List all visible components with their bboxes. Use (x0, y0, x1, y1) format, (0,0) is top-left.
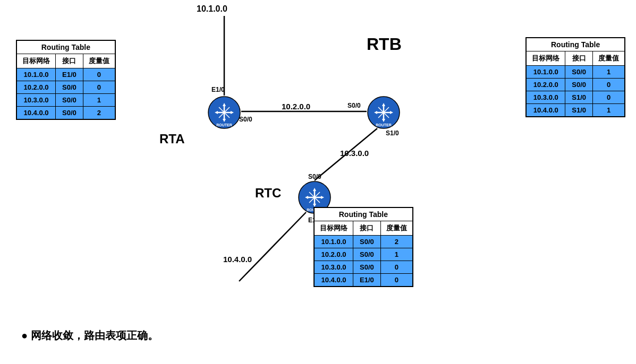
table-row: 10.2.0.0S0/01 (314, 248, 413, 261)
svg-text:ROUTER: ROUTER (216, 123, 232, 127)
iface-rta-right: S0/0 (239, 116, 252, 123)
label-10300: 10.3.0.0 (340, 149, 369, 158)
label-10100: 10.1.0.0 (197, 4, 227, 14)
routing-table-rtb: Routing Table 目标网络 接口 度量值 10.1.0.0S0/011… (525, 37, 625, 117)
table-row: 10.3.0.0S0/01 (16, 94, 115, 107)
iface-rtc-top: S0/0 (308, 173, 321, 180)
rtb-label: RTB (367, 34, 402, 54)
table-row: 10.1.0.0S0/01 (526, 66, 625, 79)
iface-rta-top: E1/0 (211, 86, 225, 93)
rta-label: RTA (159, 132, 185, 146)
routing-table-rtc: Routing Table 目标网络 接口 度量值 10.1.0.0S0/021… (313, 207, 413, 287)
table-row: 10.3.0.0S0/00 (314, 261, 413, 274)
router-rta: ROUTER (207, 96, 241, 129)
label-10200: 10.2.0.0 (282, 102, 310, 111)
router-rtb: ROUTER (367, 96, 401, 129)
table-row: 10.1.0.0S0/02 (314, 236, 413, 248)
table-row: 10.3.0.0S1/00 (526, 91, 625, 104)
rtc-label: RTC (255, 186, 281, 201)
table-row: 10.4.0.0E1/00 (314, 274, 413, 287)
routing-table-rta: Routing Table 目标网络 接口 度量值 10.1.0.0E1/001… (16, 40, 116, 120)
table-row: 10.2.0.0S0/00 (16, 81, 115, 94)
table-row: 10.4.0.0S0/02 (16, 107, 115, 120)
svg-line-3 (239, 212, 306, 281)
conclusion-text: ● 网络收敛，路由表项正确。 (21, 328, 158, 343)
svg-text:ROUTER: ROUTER (376, 123, 392, 127)
table-row: 10.2.0.0S0/00 (526, 79, 625, 91)
iface-rtb-left: S0/0 (347, 102, 361, 109)
table-row: 10.4.0.0S1/01 (526, 104, 625, 117)
label-10400: 10.4.0.0 (223, 255, 252, 264)
table-row: 10.1.0.0E1/00 (16, 68, 115, 81)
iface-rtb-bottom: S1/0 (386, 129, 399, 137)
